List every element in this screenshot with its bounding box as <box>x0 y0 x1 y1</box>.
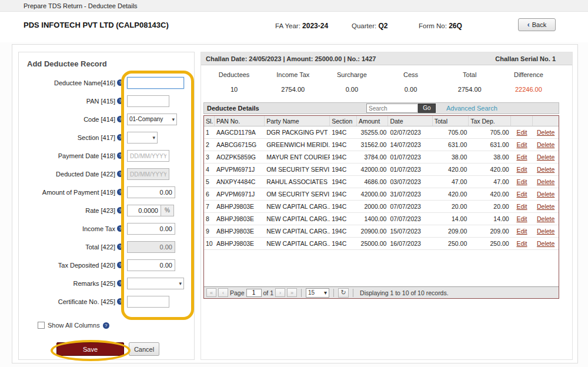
table-cell: 194C <box>330 166 357 173</box>
column-header: Party Name <box>265 116 330 126</box>
info-icon: ? <box>117 116 123 122</box>
payment-date-input[interactable] <box>127 150 169 162</box>
table-cell: 194C <box>330 191 357 198</box>
delete-cell: Delete <box>533 129 559 136</box>
table-row: 3AOZPK5859GMAYUR ENT COURIER194C3784.000… <box>204 151 559 164</box>
delete-link[interactable]: Delete <box>537 166 554 173</box>
edit-link[interactable]: Edit <box>516 129 527 136</box>
delete-link[interactable]: Delete <box>537 141 554 148</box>
edit-link[interactable]: Edit <box>516 154 527 161</box>
column-header: Amount <box>357 116 389 126</box>
table-cell: OM SECURITY SERVI... <box>265 191 330 198</box>
tax-deposited-label: Tax Deposited [420] <box>58 262 115 269</box>
save-button[interactable]: Save <box>56 342 124 356</box>
table-cell: 35255.00 <box>357 129 389 136</box>
search-go-button[interactable]: Go <box>418 104 436 113</box>
table-cell: 6 <box>204 191 215 198</box>
form-row-amount-of-payment: Amount of Payment [419]? <box>19 186 194 198</box>
advanced-search-link[interactable]: Advanced Search <box>446 105 497 112</box>
delete-link[interactable]: Delete <box>537 191 554 198</box>
page-size-select[interactable]: 15 ▾ <box>306 288 329 298</box>
deductee-details-title: Deductee Details <box>207 105 259 112</box>
info-icon: ? <box>117 79 123 86</box>
prev-page-button[interactable]: ‹ <box>218 288 228 297</box>
pan-input[interactable] <box>127 95 169 107</box>
form-row-rate: Rate [423]?% <box>19 204 194 216</box>
edit-link[interactable]: Edit <box>516 141 527 148</box>
delete-link[interactable]: Delete <box>537 215 554 222</box>
table-cell: ABHPJ9803E <box>215 228 265 235</box>
table-cell: AABCG6715G <box>215 141 265 148</box>
tax-deposited-input[interactable] <box>127 259 175 271</box>
code-input[interactable]: 01-Company▾ <box>127 114 177 125</box>
edit-link[interactable]: Edit <box>516 178 527 185</box>
cancel-button[interactable]: Cancel <box>129 342 159 356</box>
edit-link[interactable]: Edit <box>516 240 527 247</box>
page-label: Page <box>230 289 245 296</box>
delete-link[interactable]: Delete <box>537 178 554 185</box>
column-header: Section <box>330 116 357 126</box>
rate-input[interactable] <box>127 205 161 216</box>
table-row: 4APVPM6971JOM SECURITY SERVI...194C42000… <box>204 164 559 176</box>
delete-cell: Delete <box>533 240 559 247</box>
back-button[interactable]: ‹ Back <box>518 18 556 31</box>
info-icon: ? <box>117 98 123 104</box>
quarter-value: Q2 <box>378 22 387 30</box>
deductee-form: Deductee Name[416]?PAN [415]?Code [414]?… <box>19 76 194 308</box>
delete-cell: Delete <box>533 228 559 235</box>
certificate-no-input[interactable] <box>127 296 169 308</box>
table-row: 10ABHPJ9803ENEW CAPITAL CARG...194C25000… <box>204 238 559 250</box>
table-cell: 47.00 <box>433 178 469 185</box>
section-input[interactable]: ▾ <box>127 132 158 144</box>
edit-cell: Edit <box>511 178 533 185</box>
delete-link[interactable]: Delete <box>537 228 554 235</box>
table-cell: RAHUL ASSOCIATES <box>265 178 330 185</box>
delete-link[interactable]: Delete <box>537 129 554 136</box>
edit-link[interactable]: Edit <box>516 203 527 210</box>
show-all-columns-checkbox[interactable] <box>38 322 45 329</box>
delete-link[interactable]: Delete <box>537 240 554 247</box>
income-tax-input[interactable] <box>127 223 175 235</box>
page-number-input[interactable] <box>246 289 262 297</box>
info-icon: ? <box>117 171 123 177</box>
delete-cell: Delete <box>533 141 559 148</box>
table-cell: DGR PACKGING PVT ... <box>265 129 330 136</box>
info-icon: ? <box>117 280 123 286</box>
table-cell: ABHPJ9803E <box>215 215 265 222</box>
income-tax-label: Income Tax <box>82 225 115 232</box>
remarks-input[interactable]: ▾ <box>127 278 184 289</box>
deductee-name-input[interactable] <box>127 77 184 89</box>
first-page-button[interactable]: « <box>206 288 216 297</box>
table-cell: 194C <box>330 141 357 148</box>
section-label: Section [417] <box>78 134 115 141</box>
show-all-columns-label: Show All Columns <box>48 322 100 329</box>
refresh-button[interactable]: ↻ <box>338 288 349 298</box>
last-page-button[interactable]: » <box>287 288 297 297</box>
challan-header-bar: Challan Date: 24/05/2023 | Amount: 25000… <box>201 52 572 65</box>
form-buttons: Save Cancel <box>56 342 159 356</box>
summary-value: 0.00 <box>322 86 381 93</box>
challan-serial: Challan Serial No. 1 <box>495 55 556 62</box>
edit-link[interactable]: Edit <box>516 191 527 198</box>
edit-link[interactable]: Edit <box>516 215 527 222</box>
table-cell: 420.00 <box>469 166 510 173</box>
edit-link[interactable]: Edit <box>516 166 527 173</box>
delete-link[interactable]: Delete <box>537 203 554 210</box>
search-input[interactable] <box>366 104 418 113</box>
amount-of-payment-input[interactable] <box>127 186 175 198</box>
delete-cell: Delete <box>533 166 559 173</box>
info-icon: ? <box>117 189 123 195</box>
deducted-date-input <box>127 168 169 180</box>
column-header <box>533 116 559 126</box>
delete-link[interactable]: Delete <box>537 154 554 161</box>
edit-cell: Edit <box>511 240 533 247</box>
form-row-deductee-name: Deductee Name[416]? <box>19 76 194 89</box>
edit-link[interactable]: Edit <box>516 228 527 235</box>
column-header: Sl. <box>204 116 215 126</box>
table-cell: GREENWICH MERIDI... <box>265 141 330 148</box>
table-cell: NEW CAPITAL CARG... <box>265 240 330 247</box>
table-cell: 38.00 <box>433 154 469 161</box>
table-cell: 194C <box>330 203 357 210</box>
table-row: 9ABHPJ9803ENEW CAPITAL CARG...194C20900.… <box>204 225 559 238</box>
next-page-button[interactable]: › <box>275 288 285 297</box>
